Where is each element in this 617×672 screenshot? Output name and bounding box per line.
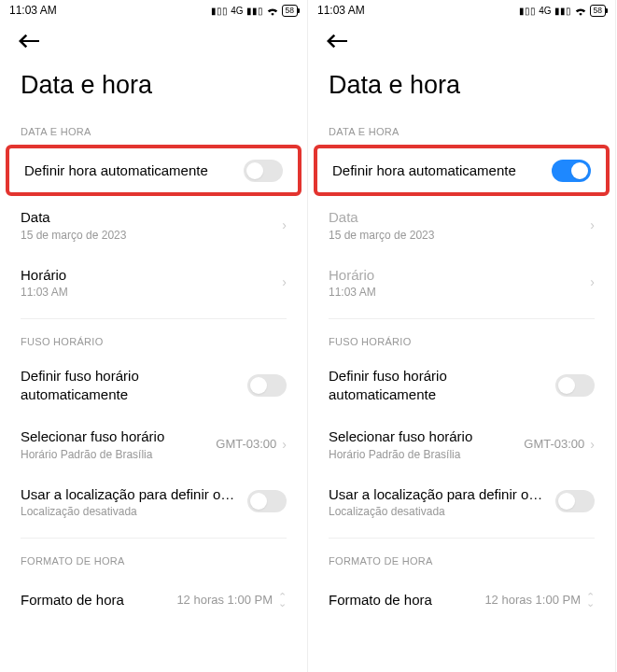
wifi-icon (266, 6, 279, 16)
toggle-knob (250, 377, 267, 394)
row-select-tz[interactable]: Selecionar fuso horário Horário Padrão d… (308, 415, 615, 473)
arrow-left-icon (19, 34, 39, 49)
signal-icon-2: ▮▮▯ (246, 6, 263, 16)
screen-left: 11:03 AM ▮▯▯ 4G ▮▮▯ 58 Data e hora DATA … (0, 0, 308, 672)
chevron-right-icon: › (282, 217, 287, 232)
select-tz-label: Selecionar fuso horário (329, 427, 524, 446)
format-label: Formato de hora (329, 591, 484, 609)
network-icon: 4G (231, 6, 243, 16)
status-bar: 11:03 AM ▮▯▯ 4G ▮▮▯ 58 (308, 0, 615, 21)
wifi-icon (574, 6, 587, 16)
use-loc-toggle[interactable] (555, 490, 595, 512)
auto-tz-toggle[interactable] (247, 374, 287, 397)
network-icon: 4G (539, 6, 551, 16)
row-use-location[interactable]: Usar a localização para definir o… Local… (0, 473, 307, 531)
auto-time-label: Definir hora automaticamente (24, 161, 244, 180)
battery-icon: 58 (590, 5, 606, 17)
divider (21, 538, 287, 539)
chevron-right-icon: › (282, 437, 287, 452)
auto-tz-toggle[interactable] (555, 374, 595, 397)
back-button[interactable] (0, 21, 307, 58)
time-value: 11:03 AM (21, 286, 282, 299)
date-label: Data (21, 208, 282, 227)
status-time: 11:03 AM (317, 4, 365, 17)
toggle-knob (571, 162, 588, 179)
row-auto-time[interactable]: Definir hora automaticamente (314, 145, 610, 196)
row-format[interactable]: Formato de hora 12 horas 1:00 PM ⌃⌄ (0, 574, 307, 625)
select-tz-sub: Horário Padrão de Brasília (21, 448, 216, 461)
page-title: Data e hora (0, 58, 307, 117)
select-tz-value: GMT-03:00 (524, 437, 584, 451)
status-icons: ▮▯▯ 4G ▮▮▯ 58 (519, 5, 606, 17)
auto-tz-label-1: Definir fuso horário (21, 367, 247, 385)
time-label: Horário (329, 266, 590, 285)
auto-time-toggle[interactable] (552, 160, 591, 182)
chevron-right-icon: › (282, 274, 287, 289)
back-button[interactable] (308, 21, 615, 58)
format-value: 12 horas 1:00 PM (176, 593, 273, 607)
date-value: 15 de março de 2023 (329, 229, 590, 242)
format-value: 12 horas 1:00 PM (484, 593, 581, 607)
screen-right: 11:03 AM ▮▯▯ 4G ▮▮▯ 58 Data e hora DATA … (308, 0, 616, 672)
row-format[interactable]: Formato de hora 12 horas 1:00 PM ⌃⌄ (308, 574, 615, 625)
row-time[interactable]: Horário 11:03 AM › (0, 254, 307, 312)
divider (329, 538, 595, 539)
signal-icon-2: ▮▮▯ (554, 6, 571, 16)
toggle-knob (246, 162, 263, 179)
row-time: Horário 11:03 AM › (308, 254, 615, 312)
section-header-datetime: DATA E HORA (0, 117, 307, 145)
use-loc-toggle[interactable] (247, 490, 287, 512)
status-time: 11:03 AM (9, 4, 57, 17)
section-header-tz: FUSO HORÁRIO (308, 327, 615, 355)
updown-icon: ⌃⌄ (586, 594, 595, 607)
auto-tz-label-1: Definir fuso horário (329, 367, 555, 385)
auto-tz-label-2: automaticamente (21, 385, 247, 404)
toggle-knob (250, 493, 267, 510)
select-tz-value: GMT-03:00 (216, 437, 276, 451)
section-header-format: FORMATO DE HORA (308, 546, 615, 574)
auto-tz-label-2: automaticamente (329, 385, 555, 404)
chevron-right-icon: › (590, 217, 595, 232)
section-header-format: FORMATO DE HORA (0, 546, 307, 574)
select-tz-sub: Horário Padrão de Brasília (329, 448, 524, 461)
row-use-location[interactable]: Usar a localização para definir o… Local… (308, 473, 615, 531)
signal-icon: ▮▯▯ (519, 6, 536, 16)
divider (329, 318, 595, 319)
updown-icon: ⌃⌄ (278, 594, 287, 607)
chevron-right-icon: › (590, 437, 595, 452)
signal-icon: ▮▯▯ (211, 6, 228, 16)
section-header-datetime: DATA E HORA (308, 117, 615, 145)
status-icons: ▮▯▯ 4G ▮▮▯ 58 (211, 5, 298, 17)
use-loc-sub: Localização desativada (21, 505, 247, 518)
toggle-knob (558, 493, 575, 510)
use-loc-label: Usar a localização para definir o… (21, 485, 247, 504)
battery-icon: 58 (282, 5, 298, 17)
use-loc-sub: Localização desativada (329, 505, 555, 518)
date-value: 15 de março de 2023 (21, 229, 282, 242)
auto-time-toggle[interactable] (244, 160, 283, 182)
section-header-tz: FUSO HORÁRIO (0, 327, 307, 355)
time-value: 11:03 AM (329, 286, 590, 299)
row-auto-time[interactable]: Definir hora automaticamente (6, 145, 301, 196)
use-loc-label: Usar a localização para definir o… (329, 485, 555, 504)
date-label: Data (329, 208, 590, 227)
divider (21, 318, 287, 319)
format-label: Formato de hora (21, 591, 176, 609)
page-title: Data e hora (308, 58, 615, 117)
row-auto-tz[interactable]: Definir fuso horário automaticamente (0, 355, 307, 415)
status-bar: 11:03 AM ▮▯▯ 4G ▮▮▯ 58 (0, 0, 307, 21)
row-select-tz[interactable]: Selecionar fuso horário Horário Padrão d… (0, 415, 307, 473)
select-tz-label: Selecionar fuso horário (21, 427, 216, 446)
arrow-left-icon (327, 34, 347, 49)
row-date[interactable]: Data 15 de março de 2023 › (0, 196, 307, 254)
toggle-knob (558, 377, 575, 394)
chevron-right-icon: › (590, 274, 595, 289)
row-date: Data 15 de março de 2023 › (308, 196, 615, 254)
time-label: Horário (21, 266, 282, 285)
auto-time-label: Definir hora automaticamente (332, 161, 552, 180)
row-auto-tz[interactable]: Definir fuso horário automaticamente (308, 355, 615, 415)
